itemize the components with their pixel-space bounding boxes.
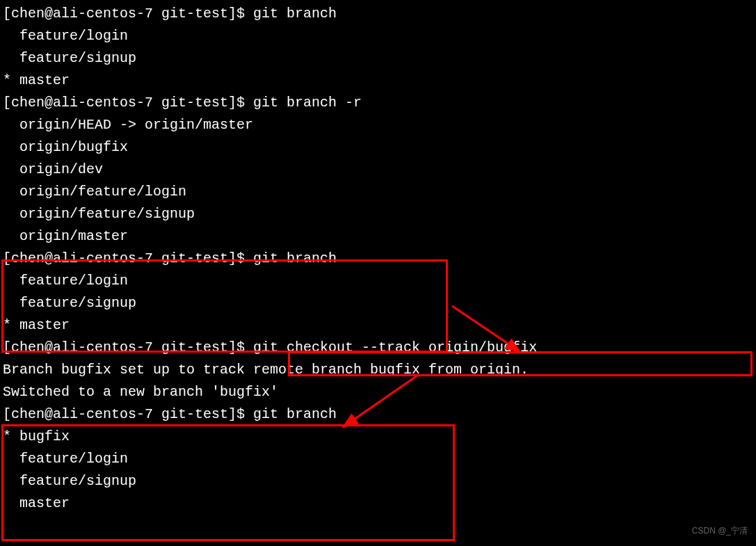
output-line: * master (3, 70, 756, 92)
command-text: git branch -r (253, 95, 362, 111)
output-line: origin/feature/signup (3, 203, 756, 225)
command-text: git branch (253, 6, 337, 22)
output-line: origin/bugfix (3, 136, 756, 159)
prompt-line: [chen@ali-centos-7 git-test]$ git branch… (3, 92, 756, 114)
shell-prompt: [chen@ali-centos-7 git-test]$ (3, 406, 253, 422)
highlight-box (1, 259, 448, 353)
output-line: feature/signup (3, 47, 756, 70)
output-line: origin/feature/login (3, 181, 756, 203)
output-line: Switched to a new branch 'bugfix' (3, 381, 756, 403)
output-line: feature/login (3, 25, 756, 47)
shell-prompt: [chen@ali-centos-7 git-test]$ (3, 6, 253, 22)
prompt-line: [chen@ali-centos-7 git-test]$ git branch (3, 3, 756, 25)
watermark: CSDN @_宁清 (692, 524, 748, 538)
prompt-line: [chen@ali-centos-7 git-test]$ git branch (3, 403, 756, 426)
output-line: origin/dev (3, 159, 756, 181)
highlight-box (288, 351, 753, 376)
output-line: origin/master (3, 225, 756, 248)
command-text: git branch (253, 406, 337, 422)
highlight-box (1, 424, 455, 541)
shell-prompt: [chen@ali-centos-7 git-test]$ (3, 95, 253, 111)
output-line: origin/HEAD -> origin/master (3, 114, 756, 136)
